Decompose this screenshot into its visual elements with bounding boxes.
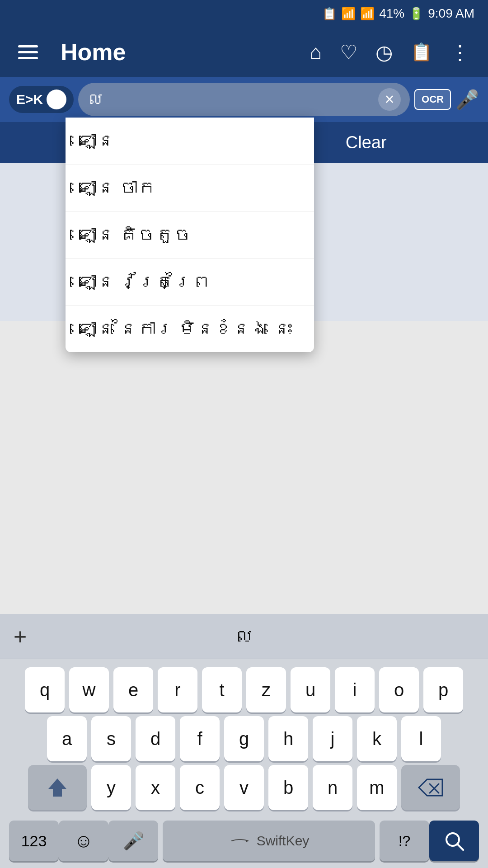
key-b[interactable]: b xyxy=(268,765,308,810)
mic-key-icon: 🎤 xyxy=(123,831,144,851)
key-s[interactable]: s xyxy=(91,716,131,761)
clear-input-button[interactable]: × xyxy=(378,88,401,111)
numeric-label: 123 xyxy=(21,832,47,850)
prediction-bar: + ល xyxy=(0,614,488,659)
page-title: Home xyxy=(61,38,296,66)
key-w[interactable]: w xyxy=(69,667,109,712)
signal-icon: 📶 xyxy=(341,7,356,21)
key-o[interactable]: o xyxy=(379,667,419,712)
emoji-icon: ☺ xyxy=(74,830,94,852)
menu-button[interactable] xyxy=(14,41,42,64)
key-x[interactable]: x xyxy=(136,765,175,810)
key-e[interactable]: e xyxy=(113,667,153,712)
key-u[interactable]: u xyxy=(291,667,330,712)
key-p[interactable]: p xyxy=(423,667,463,712)
autocomplete-item-5[interactable]: ឡោន នៃការ មិនខំនង នេះ xyxy=(66,306,314,352)
clipboard-icon[interactable]: 📋 xyxy=(406,38,436,66)
punctuation-key[interactable]: !? xyxy=(380,821,429,861)
autocomplete-item-2[interactable]: ឡោន ចាក xyxy=(66,165,314,212)
time-text: 9:09 AM xyxy=(428,6,474,21)
autocomplete-item-4[interactable]: ឡោន វ័ត្រព្រៃ xyxy=(66,259,314,306)
home-icon[interactable]: ⌂ xyxy=(305,36,326,68)
svg-marker-0 xyxy=(48,778,66,797)
key-m[interactable]: m xyxy=(357,765,397,810)
ocr-button[interactable]: OCR xyxy=(414,89,451,110)
keyboard-row-1: q w e r t z u i o p xyxy=(0,667,488,712)
sim-icon: 📋 xyxy=(322,7,337,21)
svg-line-5 xyxy=(457,844,463,850)
key-l[interactable]: l xyxy=(401,716,441,761)
swiftkey-label: SwiftKey xyxy=(257,833,310,849)
prediction-text[interactable]: ល xyxy=(235,626,253,647)
keyboard-area: + ល q w e r t z u i o p a s d f g h j k … xyxy=(0,614,488,868)
nav-bar: Home ⌂ ♡ ◷ 📋 ⋮ xyxy=(0,27,488,77)
punct-label: !? xyxy=(399,833,411,849)
key-z[interactable]: z xyxy=(246,667,286,712)
key-r[interactable]: r xyxy=(158,667,197,712)
key-f[interactable]: f xyxy=(180,716,220,761)
key-c[interactable]: c xyxy=(180,765,220,810)
keyboard-rows: q w e r t z u i o p a s d f g h j k l xyxy=(0,659,488,818)
autocomplete-dropdown: ឡោន ឡោន ចាក ឡោន គិចតួច ឡោន វ័ត្រព្រៃ ឡោន… xyxy=(66,118,314,352)
mic-icon[interactable]: 🎤 xyxy=(455,89,479,111)
history-icon[interactable]: ◷ xyxy=(371,36,397,68)
status-bar: 📋 📶 📶 41% 🔋 9:09 AM xyxy=(0,0,488,27)
signal-icon2: 📶 xyxy=(360,7,375,21)
favorite-icon[interactable]: ♡ xyxy=(335,36,362,68)
swiftkey-space-key[interactable]: SwiftKey xyxy=(163,821,375,861)
keyboard-bottom-bar: 123 ☺ 🎤 SwiftKey !? xyxy=(0,818,488,868)
key-a[interactable]: a xyxy=(47,716,87,761)
key-d[interactable]: d xyxy=(136,716,175,761)
search-input-wrapper[interactable]: ល × xyxy=(78,83,410,116)
language-toggle[interactable]: E>K xyxy=(9,86,74,113)
language-label: E>K xyxy=(16,92,43,107)
toggle-switch[interactable] xyxy=(47,90,66,109)
key-shift[interactable] xyxy=(28,765,87,810)
key-j[interactable]: j xyxy=(313,716,352,761)
key-h[interactable]: h xyxy=(268,716,308,761)
search-input[interactable]: ល xyxy=(87,90,378,109)
search-key[interactable] xyxy=(429,821,479,861)
mic-key[interactable]: 🎤 xyxy=(108,821,158,861)
more-options-icon[interactable]: ⋮ xyxy=(446,36,474,68)
battery-icon: 🔋 xyxy=(409,7,423,21)
key-n[interactable]: n xyxy=(313,765,352,810)
key-t[interactable]: t xyxy=(202,667,242,712)
key-q[interactable]: q xyxy=(25,667,65,712)
key-v[interactable]: v xyxy=(224,765,264,810)
emoji-key[interactable]: ☺ xyxy=(59,821,108,861)
key-i[interactable]: i xyxy=(335,667,375,712)
battery-text: 41% xyxy=(379,6,404,21)
keyboard-row-2: a s d f g h j k l xyxy=(0,716,488,761)
autocomplete-item-1[interactable]: ឡោន xyxy=(66,118,314,165)
search-area: E>K ល × OCR 🎤 xyxy=(0,77,488,122)
autocomplete-item-3[interactable]: ឡោន គិចតួច xyxy=(66,212,314,259)
keyboard-row-3: y x c v b n m xyxy=(0,765,488,810)
key-g[interactable]: g xyxy=(224,716,264,761)
key-backspace[interactable] xyxy=(401,765,460,810)
prediction-plus-button[interactable]: + xyxy=(14,623,27,650)
numeric-key[interactable]: 123 xyxy=(9,821,59,861)
key-y[interactable]: y xyxy=(91,765,131,810)
key-k[interactable]: k xyxy=(357,716,397,761)
status-icons: 📋 📶 📶 41% 🔋 9:09 AM xyxy=(322,6,474,21)
